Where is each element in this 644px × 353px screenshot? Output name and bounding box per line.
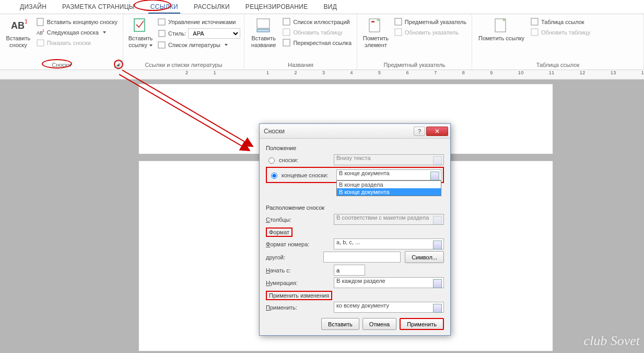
- ruler-tick: 9: [490, 70, 493, 75]
- footnotes-dialog: Сноски ? ✕ Положение сноски: Внизу текст…: [259, 123, 451, 336]
- cancel-button[interactable]: Отмена: [362, 318, 396, 330]
- tof-label: Список иллюстраций: [293, 19, 349, 25]
- ruler-tick: 8: [462, 70, 465, 75]
- columns-label: Столбцы:: [266, 217, 330, 223]
- number-format-select[interactable]: a, b, c, ...: [334, 238, 444, 249]
- mark-entry-label: Пометить элемент: [363, 35, 389, 48]
- group-captions: Вставить название Список иллюстраций Обн…: [244, 14, 357, 70]
- insert-index-button[interactable]: Предметный указатель: [393, 17, 467, 27]
- svg-text:AB: AB: [11, 20, 25, 31]
- svg-rect-23: [531, 29, 538, 36]
- section-position: Положение: [266, 145, 444, 151]
- group-index: + Пометить элемент Предметный указатель …: [357, 14, 472, 70]
- ruler-tick: 4: [350, 70, 354, 75]
- footnotes-dialog-launcher[interactable]: ◢: [114, 61, 121, 68]
- show-notes-icon: [37, 39, 45, 47]
- insert-toa-label: Таблица ссылок: [541, 19, 584, 25]
- insert-toa-button[interactable]: Таблица ссылок: [530, 17, 591, 27]
- tab-review[interactable]: РЕЦЕНЗИРОВАНИЕ: [243, 2, 310, 14]
- dialog-titlebar[interactable]: Сноски ? ✕: [260, 124, 450, 139]
- columns-value: В соответствии с макетом раздела: [336, 214, 429, 221]
- mark-citation-button[interactable]: + Пометить ссылку: [476, 16, 526, 43]
- numbering-select[interactable]: В каждом разделе: [334, 277, 444, 288]
- section-layout: Расположение сносок: [266, 204, 444, 211]
- next-footnote-label: Следующая сноска: [47, 29, 99, 36]
- ruler-tick: 2: [295, 70, 298, 75]
- ruler-tick: 10: [518, 70, 524, 75]
- svg-text:+: +: [502, 17, 506, 23]
- apply-button[interactable]: Применить: [400, 318, 444, 330]
- dropdown-option-selected[interactable]: В конце документа: [337, 188, 441, 196]
- insert-footnote-button[interactable]: AB1 Вставить сноску: [4, 16, 32, 49]
- next-footnote-button[interactable]: AB1 Следующая сноска: [36, 28, 119, 37]
- ruler-tick: 1: [266, 70, 270, 75]
- update-index-icon: [394, 28, 403, 37]
- ruler-tick: 13: [611, 70, 616, 75]
- show-notes-button[interactable]: Показать сноски: [36, 38, 119, 48]
- footnotes-radio[interactable]: [268, 157, 275, 164]
- svg-rect-13: [283, 29, 290, 36]
- update-index-button[interactable]: Обновить указатель: [393, 28, 467, 37]
- dialog-title-text: Сноски: [264, 128, 285, 135]
- group-footnotes: AB1 Вставить сноску Вставить концевую сн…: [0, 14, 123, 70]
- number-format-label: Формат номера:: [266, 241, 330, 247]
- table-of-figures-button[interactable]: Список иллюстраций: [282, 17, 353, 27]
- insert-button[interactable]: Вставить: [321, 318, 359, 330]
- dropdown-option[interactable]: В конце раздела: [337, 181, 441, 188]
- tab-references[interactable]: ССЫЛКИ: [148, 2, 180, 14]
- mark-citation-icon: +: [493, 17, 510, 34]
- custom-mark-input[interactable]: [323, 252, 401, 263]
- horizontal-ruler[interactable]: 2 1 1 2 3 4 5 6 7 8 9 10 11 12 13 14 15 …: [0, 70, 644, 79]
- insert-footnote-label: Вставить сноску: [6, 35, 31, 48]
- svg-text:+: +: [377, 17, 380, 23]
- ruler-tick: 14: [641, 70, 644, 75]
- insert-citation-button[interactable]: Вставить ссылку: [127, 16, 154, 49]
- number-format-value: a, b, c, ...: [336, 239, 360, 245]
- citation-style-row: Стиль: APA: [157, 28, 241, 39]
- insert-caption-button[interactable]: Вставить название: [249, 16, 278, 49]
- svg-rect-16: [371, 21, 374, 22]
- symbol-button[interactable]: Символ...: [405, 251, 444, 263]
- endnotes-location-select[interactable]: В конце документа: [336, 169, 441, 180]
- show-notes-label: Показать сноски: [47, 40, 91, 46]
- update-tof-button[interactable]: Обновить таблицу: [282, 28, 353, 37]
- cross-reference-button[interactable]: Перекрестная ссылка: [282, 38, 353, 48]
- svg-rect-19: [395, 29, 402, 36]
- svg-rect-11: [257, 29, 270, 32]
- numbering-label: Нумерация:: [266, 280, 330, 286]
- bibliography-label: Список литературы: [168, 42, 220, 48]
- insert-caption-label: Вставить название: [251, 35, 276, 48]
- ruler-tick: 6: [406, 70, 409, 75]
- ruler-tick: 2: [185, 70, 189, 75]
- group-toa-label: Таблица ссылок: [476, 61, 639, 70]
- insert-citation-label: Вставить ссылку: [128, 35, 153, 48]
- dialog-close-button[interactable]: ✕: [426, 127, 448, 136]
- group-citations-label: Ссылки и списки литературы: [127, 61, 240, 70]
- svg-text:1: 1: [25, 18, 27, 25]
- dialog-help-button[interactable]: ?: [414, 127, 425, 136]
- update-toa-button[interactable]: Обновить таблицу: [530, 28, 591, 37]
- bibliography-icon: [158, 41, 166, 49]
- insert-endnote-label: Вставить концевую сноску: [47, 19, 118, 25]
- style-icon: [158, 29, 166, 38]
- apply-to-select[interactable]: ко всему документу: [334, 302, 444, 313]
- endnotes-radio-label: концевые сноски:: [282, 172, 329, 178]
- endnotes-radio[interactable]: [271, 173, 277, 179]
- manage-sources-button[interactable]: Управление источниками: [157, 17, 241, 27]
- tab-view[interactable]: ВИД: [321, 2, 339, 14]
- custom-mark-label: другой:: [266, 254, 319, 260]
- bibliography-button[interactable]: Список литературы: [157, 40, 241, 50]
- start-at-input[interactable]: [334, 265, 365, 276]
- mark-entry-button[interactable]: + Пометить элемент: [361, 16, 390, 49]
- tab-mailings[interactable]: РАССЫЛКИ: [192, 2, 232, 14]
- endnote-icon: [37, 18, 45, 26]
- insert-endnote-button[interactable]: Вставить концевую сноску: [36, 17, 119, 27]
- manage-sources-label: Управление источниками: [168, 19, 236, 25]
- tab-design[interactable]: ДИЗАЙН: [18, 2, 49, 14]
- svg-rect-10: [257, 19, 270, 28]
- tab-page-layout[interactable]: РАЗМЕТКА СТРАНИЦЫ: [60, 2, 137, 14]
- tof-icon: [283, 18, 291, 26]
- ruler-tick: 7: [434, 70, 437, 75]
- citation-style-select[interactable]: APA: [188, 28, 240, 39]
- style-label: Стиль:: [168, 30, 186, 37]
